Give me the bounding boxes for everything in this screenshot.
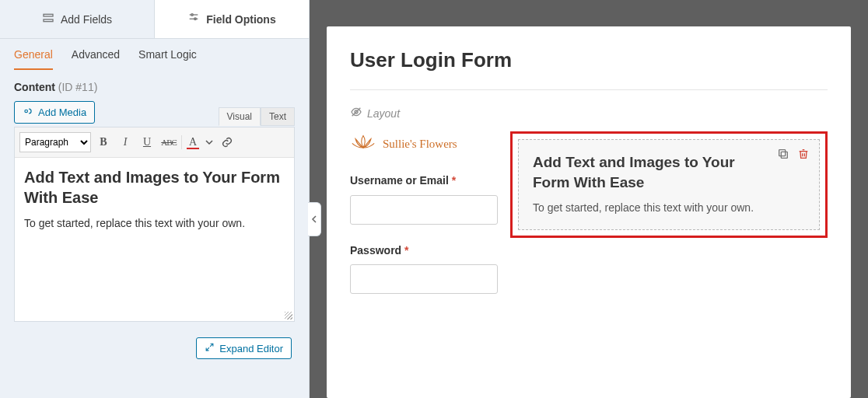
panel-top-tabs: Add Fields Field Options — [0, 0, 309, 39]
content-heading: Content (ID #11) — [14, 81, 295, 93]
brand-logo-text: Sullie's Flowers — [383, 138, 457, 151]
trash-icon[interactable] — [797, 148, 810, 163]
preview-canvas: User Login Form Layout — [327, 26, 851, 398]
expand-editor-button[interactable]: Expand Editor — [196, 337, 292, 359]
rich-text-editor: Visual Text Paragraph B I U ABC A — [14, 127, 295, 322]
preview-canvas-outer: User Login Form Layout — [310, 0, 868, 398]
svg-rect-0 — [44, 14, 53, 16]
block-format-select[interactable]: Paragraph — [19, 132, 91, 152]
tab-add-fields-label: Add Fields — [61, 13, 112, 26]
expand-editor-label: Expand Editor — [219, 343, 283, 354]
content-block[interactable]: Add Text and Images to Your Form With Ea… — [518, 139, 820, 230]
svg-rect-10 — [779, 150, 786, 156]
lotus-icon — [350, 131, 376, 156]
bold-button[interactable]: B — [94, 133, 113, 152]
layout-row: Sullie's Flowers Username or Email * — [350, 131, 828, 312]
content-block-body: To get started, replace this text with y… — [533, 201, 805, 214]
svg-rect-1 — [44, 19, 53, 22]
subtab-general[interactable]: General — [14, 48, 53, 70]
content-section: Content (ID #11) Add Media Visual Text P… — [0, 70, 309, 398]
tab-field-options-label: Field Options — [206, 13, 275, 26]
content-block-heading: Add Text and Images to Your Form With Ea… — [533, 152, 805, 192]
sliders-icon — [187, 12, 200, 26]
required-mark: * — [452, 174, 456, 187]
field-password-label: Password * — [350, 243, 498, 259]
text-color-caret[interactable] — [204, 138, 215, 146]
username-input[interactable] — [350, 195, 498, 225]
add-media-button[interactable]: Add Media — [14, 101, 95, 124]
required-mark: * — [404, 244, 408, 257]
subtab-advanced[interactable]: Advanced — [72, 48, 120, 70]
brand-logo: Sullie's Flowers — [350, 131, 498, 156]
block-actions — [777, 148, 810, 163]
editor-resize-handle[interactable] — [285, 312, 292, 319]
subtab-smart-logic[interactable]: Smart Logic — [138, 48, 197, 70]
field-username-label: Username or Email * — [350, 173, 498, 189]
add-media-label: Add Media — [38, 106, 86, 118]
link-button[interactable] — [218, 133, 236, 152]
tab-add-fields[interactable]: Add Fields — [0, 0, 155, 38]
content-id: (ID #11) — [58, 81, 98, 93]
panel-collapse-handle[interactable] — [308, 202, 321, 236]
editor-toolbar: Paragraph B I U ABC A — [15, 127, 294, 158]
editor-body-text: To get started, replace this text with y… — [24, 217, 285, 229]
eye-off-icon — [350, 106, 362, 120]
panel-sub-tabs: General Advanced Smart Logic — [0, 39, 309, 70]
editor-mode-tabs: Visual Text — [219, 107, 295, 126]
strike-button[interactable]: ABC — [159, 133, 178, 152]
layout-label: Layout — [350, 106, 828, 120]
tab-field-options[interactable]: Field Options — [155, 0, 309, 38]
duplicate-icon[interactable] — [777, 148, 789, 163]
sidebar-panel: Add Fields Field Options General Advance… — [0, 0, 310, 398]
toolbar-divider — [181, 135, 182, 149]
svg-point-6 — [25, 110, 28, 113]
password-input[interactable] — [350, 264, 498, 294]
mode-visual[interactable]: Visual — [219, 107, 261, 126]
selected-block-highlight: Add Text and Images to Your Form With Ea… — [510, 131, 828, 238]
svg-rect-9 — [781, 152, 787, 158]
underline-button[interactable]: U — [138, 133, 156, 152]
mode-text[interactable]: Text — [261, 107, 295, 126]
form-fields: Username or Email * Password * — [350, 173, 498, 294]
editor-body[interactable]: Add Text and Images to Your Form With Ea… — [15, 158, 294, 321]
media-icon — [23, 106, 33, 119]
text-color-button[interactable]: A — [185, 134, 201, 151]
italic-button[interactable]: I — [116, 133, 135, 152]
editor-heading-text: Add Text and Images to Your Form With Ea… — [24, 167, 285, 208]
add-fields-icon — [42, 12, 54, 26]
field-username[interactable]: Username or Email * — [350, 173, 498, 225]
field-password[interactable]: Password * — [350, 243, 498, 295]
expand-icon — [205, 342, 215, 354]
form-title: User Login Form — [350, 48, 828, 90]
